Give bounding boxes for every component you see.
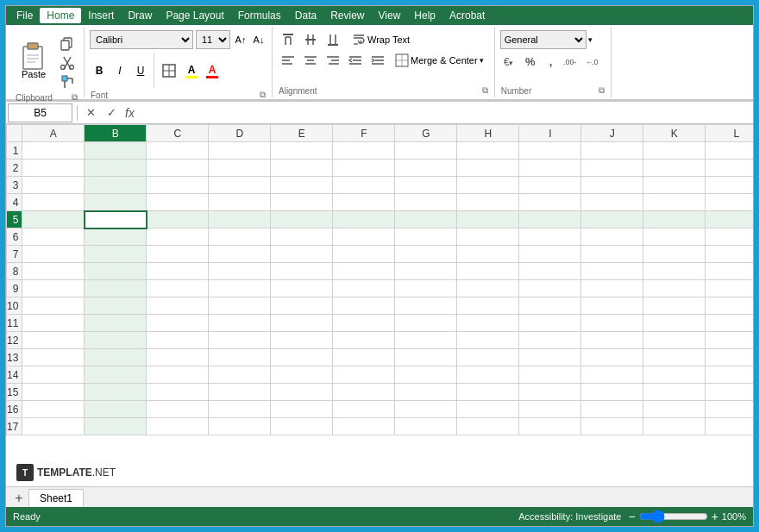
cell-D12[interactable] bbox=[209, 332, 271, 349]
menu-review[interactable]: Review bbox=[323, 8, 371, 23]
align-center-button[interactable] bbox=[300, 51, 321, 70]
percent-button[interactable]: % bbox=[521, 52, 540, 71]
cell-G3[interactable] bbox=[395, 177, 457, 194]
cell-B5[interactable] bbox=[85, 211, 147, 228]
cell-H5[interactable] bbox=[457, 211, 519, 228]
col-header-a[interactable]: A bbox=[22, 125, 85, 142]
cell-E5[interactable] bbox=[271, 211, 333, 228]
col-header-f[interactable]: F bbox=[333, 125, 395, 142]
cell-A7[interactable] bbox=[22, 246, 85, 263]
cell-B3[interactable] bbox=[85, 177, 147, 194]
cell-E16[interactable] bbox=[271, 401, 333, 418]
cell-B17[interactable] bbox=[85, 418, 147, 435]
cell-F3[interactable] bbox=[333, 177, 395, 194]
cell-E6[interactable] bbox=[271, 228, 333, 246]
font-size-increase-button[interactable]: A↑ bbox=[233, 30, 248, 49]
cell-I12[interactable] bbox=[519, 332, 581, 349]
cell-K5[interactable] bbox=[643, 211, 706, 228]
align-top-button[interactable] bbox=[278, 30, 298, 49]
row-header-4[interactable]: 4 bbox=[7, 194, 22, 211]
cell-H15[interactable] bbox=[457, 384, 519, 401]
cell-B8[interactable] bbox=[85, 263, 147, 280]
cell-L6[interactable] bbox=[706, 228, 753, 246]
cell-I1[interactable] bbox=[519, 142, 581, 160]
cell-C1[interactable] bbox=[147, 142, 209, 160]
cell-D10[interactable] bbox=[209, 297, 271, 315]
row-header-6[interactable]: 6 bbox=[7, 228, 22, 246]
cell-A10[interactable] bbox=[22, 297, 85, 315]
cell-K8[interactable] bbox=[643, 263, 706, 280]
cell-A6[interactable] bbox=[22, 228, 85, 246]
cell-C16[interactable] bbox=[147, 401, 209, 418]
row-header-7[interactable]: 7 bbox=[7, 246, 22, 263]
cell-L15[interactable] bbox=[706, 384, 753, 401]
col-header-l[interactable]: L bbox=[706, 125, 753, 142]
font-size-decrease-button[interactable]: A↓ bbox=[251, 30, 267, 49]
cell-I3[interactable] bbox=[519, 177, 581, 194]
menu-help[interactable]: Help bbox=[407, 8, 442, 23]
col-header-b[interactable]: B bbox=[85, 125, 147, 142]
cell-E8[interactable] bbox=[271, 263, 333, 280]
cell-J11[interactable] bbox=[581, 315, 643, 332]
borders-button[interactable] bbox=[158, 61, 180, 80]
cell-F13[interactable] bbox=[333, 349, 395, 366]
cell-H13[interactable] bbox=[457, 349, 519, 366]
cell-J15[interactable] bbox=[581, 384, 643, 401]
cell-E13[interactable] bbox=[271, 349, 333, 366]
cell-F10[interactable] bbox=[333, 297, 395, 315]
row-header-1[interactable]: 1 bbox=[7, 142, 22, 160]
cell-D2[interactable] bbox=[209, 160, 271, 177]
cell-H8[interactable] bbox=[457, 263, 519, 280]
wrap-text-button[interactable]: Wrap Text bbox=[347, 30, 415, 49]
cell-L5[interactable] bbox=[706, 211, 753, 228]
cell-D4[interactable] bbox=[209, 194, 271, 211]
row-header-12[interactable]: 12 bbox=[7, 332, 22, 349]
alignment-expand-icon[interactable]: ⧉ bbox=[482, 85, 488, 96]
cell-K10[interactable] bbox=[643, 297, 706, 315]
menu-home[interactable]: Home bbox=[40, 8, 81, 23]
cell-H12[interactable] bbox=[457, 332, 519, 349]
cell-K16[interactable] bbox=[643, 401, 706, 418]
menu-formulas[interactable]: Formulas bbox=[231, 8, 288, 23]
paste-button[interactable]: Paste bbox=[15, 32, 53, 85]
cell-E1[interactable] bbox=[271, 142, 333, 160]
menu-data[interactable]: Data bbox=[288, 8, 323, 23]
cell-E14[interactable] bbox=[271, 366, 333, 384]
cell-L9[interactable] bbox=[706, 280, 753, 297]
zoom-slider[interactable] bbox=[639, 510, 708, 523]
col-header-i[interactable]: I bbox=[519, 125, 581, 142]
cell-E15[interactable] bbox=[271, 384, 333, 401]
cell-B10[interactable] bbox=[85, 297, 147, 315]
cell-D7[interactable] bbox=[209, 246, 271, 263]
cell-E3[interactable] bbox=[271, 177, 333, 194]
row-header-3[interactable]: 3 bbox=[7, 177, 22, 194]
cell-E11[interactable] bbox=[271, 315, 333, 332]
row-header-10[interactable]: 10 bbox=[7, 297, 22, 315]
copy-button[interactable] bbox=[56, 35, 78, 53]
cell-J13[interactable] bbox=[581, 349, 643, 366]
cell-F17[interactable] bbox=[333, 418, 395, 435]
cell-A11[interactable] bbox=[22, 315, 85, 332]
col-header-d[interactable]: D bbox=[209, 125, 271, 142]
cell-H17[interactable] bbox=[457, 418, 519, 435]
cell-J17[interactable] bbox=[581, 418, 643, 435]
cell-G10[interactable] bbox=[395, 297, 457, 315]
cell-J9[interactable] bbox=[581, 280, 643, 297]
row-header-11[interactable]: 11 bbox=[7, 315, 22, 332]
cell-G12[interactable] bbox=[395, 332, 457, 349]
cell-I15[interactable] bbox=[519, 384, 581, 401]
cell-B13[interactable] bbox=[85, 349, 147, 366]
menu-acrobat[interactable]: Acrobat bbox=[442, 8, 492, 23]
cell-A8[interactable] bbox=[22, 263, 85, 280]
cut-button[interactable] bbox=[56, 54, 78, 72]
cell-C5[interactable] bbox=[147, 211, 209, 228]
font-size-select[interactable]: 11 bbox=[196, 30, 230, 49]
cell-I7[interactable] bbox=[519, 246, 581, 263]
cell-L12[interactable] bbox=[706, 332, 753, 349]
cell-D16[interactable] bbox=[209, 401, 271, 418]
cell-A3[interactable] bbox=[22, 177, 85, 194]
menu-file[interactable]: File bbox=[9, 8, 40, 23]
cell-E12[interactable] bbox=[271, 332, 333, 349]
cell-L1[interactable] bbox=[706, 142, 753, 160]
cell-D1[interactable] bbox=[209, 142, 271, 160]
